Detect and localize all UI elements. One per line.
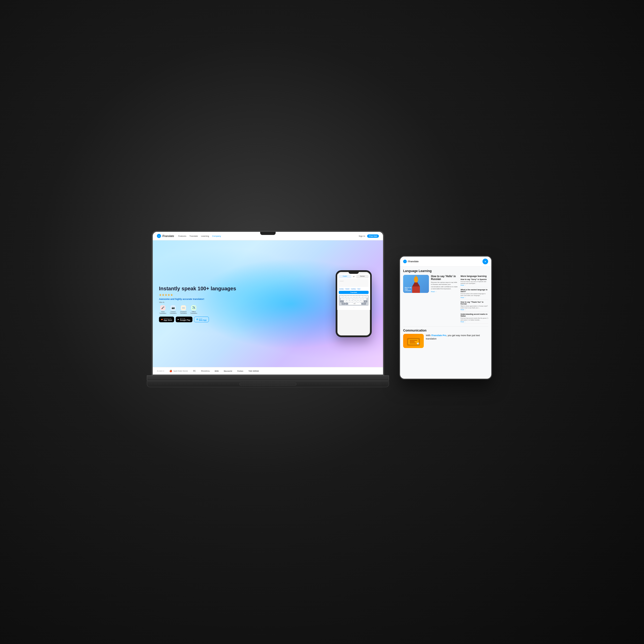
key-o[interactable]: o [362,296,365,298]
key-e[interactable]: e [345,296,348,298]
feature-keyboard-label: Keyboard Translation [180,311,187,314]
language-row: English ⇄ German [339,275,369,278]
key-i[interactable]: i [360,296,362,298]
key-y[interactable]: y [354,296,357,298]
key-k[interactable]: k [361,298,363,300]
laptop-base [147,375,389,381]
laptop-hinge [147,377,389,379]
aside-item-1: How to say "Sorry" in Spanish Find out h… [461,278,488,287]
feature-camera-label: Camera Translation [169,311,177,314]
feature-offline: ✈️ Offline Translation [190,305,198,314]
aside-item-1-read[interactable]: Read → [461,284,488,286]
tablet-close-button[interactable]: × [482,259,488,264]
tablet-logo: i iTranslate [403,260,480,263]
hero-content: Instantly speak 100+ languages ★★★★★ Awe… [159,285,336,322]
key-m[interactable]: m [361,300,363,302]
key-return[interactable]: return [361,303,366,305]
app-store-button[interactable]: 🍎 Download on the App Store [159,317,174,322]
bloomberg-logo: Bloomberg [201,370,210,372]
bnn-logo: BNN [215,370,219,372]
suggestion-2[interactable]: Transfer [345,288,350,290]
translation-input[interactable]: travel [339,279,369,287]
laptop-screen: i iTranslate Features Translate Learning… [153,232,383,375]
nav-signin[interactable]: Sign In [359,235,365,237]
app-store-label: Download on the App Store [164,318,172,321]
key-u[interactable]: u [357,296,359,298]
nav-logo-text: iTranslate [162,235,174,238]
nav-learning[interactable]: Learning [201,235,209,237]
aside-item-2: What is the easiest language to learn? F… [461,289,488,299]
apple-logo-group: 🍎 Apple Dealer Service [169,369,188,372]
target-language[interactable]: German [356,275,369,278]
key-delete[interactable]: ⌫ [364,300,367,302]
swap-icon[interactable]: ⇄ [352,275,355,278]
svg-rect-10 [410,343,416,343]
nav-features[interactable]: Features [178,235,187,237]
key-f[interactable]: f [350,298,352,300]
keyboard-row-4: 123 ☺ space return [340,303,368,305]
google-play-label: GET IT ON Google Play [180,318,190,321]
suggestion-1[interactable]: traveling [339,288,344,290]
apple-service-label: Apple Dealer Service [173,370,188,372]
aside-item-2-read[interactable]: Read → [461,297,488,298]
article-read-link[interactable]: Read → [431,291,459,292]
forbes-logo: Forbes [237,370,243,372]
web-app-button[interactable]: 🌐 Launch Web App [194,317,209,322]
tablet-nav: i iTranslate × [400,257,491,267]
key-b[interactable]: b [355,300,358,302]
aside-item-3-read[interactable]: Read → [461,309,488,310]
key-v[interactable]: v [352,300,355,302]
hero-buttons: 🍎 Download on the App Store ▶ [159,317,336,322]
nav-translate[interactable]: Translate [189,235,198,237]
hero-author: Vitor A. [159,301,336,303]
svg-rect-8 [410,340,417,341]
aside-item-3-title: How to say "Thank You" in Korean [461,301,488,305]
key-j[interactable]: j [358,298,361,300]
article-text-area: How to say 'Hello' in Russian Discover t… [431,275,459,324]
suggestion-4[interactable]: Trave [357,288,361,290]
translate-button[interactable]: Translate [339,291,369,294]
nav-company[interactable]: Company [212,235,221,237]
key-emoji[interactable]: ☺ [345,303,348,305]
tablet: i iTranslate × Language Learning [399,256,492,379]
aside-item-1-text: Find out how to say sorry in Spanish and… [461,281,488,284]
suggestion-3[interactable]: travelling [351,288,356,290]
key-l[interactable]: l [364,298,366,300]
key-c[interactable]: c [350,300,352,302]
nav-trial-button[interactable]: Free trial [367,234,379,238]
key-shift[interactable]: ⬆ [340,300,344,302]
input-label: travel [340,280,368,282]
aside-item-4-read[interactable]: Read → [461,321,488,323]
macworld-logo: Macworld [224,370,232,372]
offline-icon: ✈️ [191,305,196,310]
laptop: i iTranslate Features Translate Learning… [152,231,384,387]
source-language[interactable]: English [339,275,351,278]
key-h[interactable]: h [355,298,358,300]
key-123[interactable]: 123 [342,303,345,305]
key-q[interactable]: q [340,296,342,298]
main-article: How to sayHelloin Russian How to say 'He… [403,275,488,324]
key-space[interactable]: space [348,303,361,305]
key-n[interactable]: n [358,300,361,302]
hero-title: Instantly speak 100+ languages [159,285,336,292]
nav-logo: i iTranslate [157,234,174,238]
key-z[interactable]: z [344,300,346,302]
svg-rect-9 [410,341,415,342]
key-t[interactable]: t [351,296,354,298]
feature-offline-label: Offline Translation [190,311,198,314]
itranslate-website: i iTranslate Features Translate Learning… [153,232,383,375]
feature-voice-label: Voice Translation [159,311,167,314]
trackpad[interactable] [240,383,296,385]
google-play-button[interactable]: ▶ GET IT ON Google Play [176,317,192,322]
key-p[interactable]: p [365,296,368,298]
key-w[interactable]: w [343,296,345,298]
communication-text: With iTranslate Pro, you get way more th… [426,334,488,348]
key-g[interactable]: g [352,298,355,300]
key-d[interactable]: d [347,298,349,300]
feature-keyboard: ⌨️ Keyboard Translation [180,305,187,314]
key-x[interactable]: x [347,300,349,302]
itranslate-logo-icon: i [157,234,161,238]
key-s[interactable]: s [344,298,346,300]
key-a[interactable]: a [341,298,344,300]
key-r[interactable]: r [348,296,351,298]
